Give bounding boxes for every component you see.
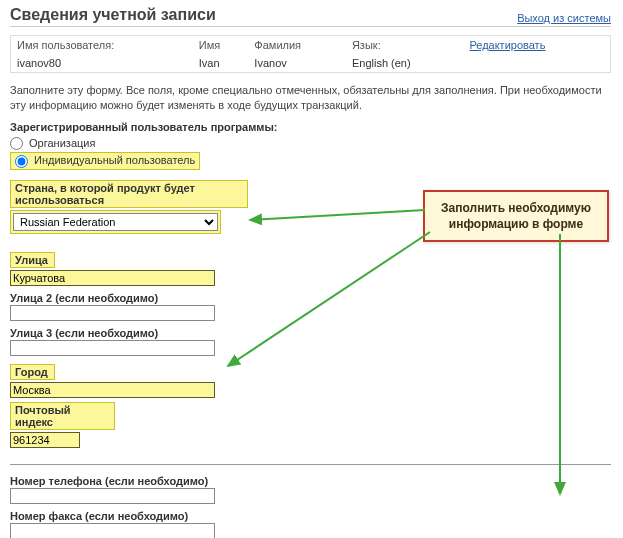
city-input[interactable] [10,382,215,398]
city-label-hl: Город [10,364,55,380]
callout-line2: информацию в форме [431,216,601,232]
country-label: Страна, в которой продукт будет использо… [15,182,195,206]
callout-line1: Заполнить необходимую [431,200,601,216]
fax-label: Номер факса (если необходимо) [10,510,611,522]
divider [10,464,611,465]
street-label-hl: Улица [10,252,55,268]
val-lang: English (en) [346,54,463,73]
radio-org[interactable] [10,137,23,150]
street2-label: Улица 2 (если необходимо) [10,292,611,304]
logout-link[interactable]: Выход из системы [517,12,611,24]
annotation-callout: Заполнить необходимую информацию в форме [423,190,609,242]
city-label: Город [15,366,48,378]
phone-label: Номер телефона (если необходимо) [10,475,611,487]
zip-label: Почтовый индекс [15,404,71,428]
val-first: Ivan [193,54,249,73]
street3-label: Улица 3 (если необходимо) [10,327,611,339]
zip-label-hl: Почтовый индекс [10,402,115,430]
radio-ind-highlight: Индивидуальный пользователь [10,152,200,170]
col-last: Фамилия [248,36,346,55]
street3-input[interactable] [10,340,215,356]
account-info-table: Имя пользователя: Имя Фамилия Язык: Реда… [10,35,611,73]
radio-org-text: Организация [29,137,95,149]
country-label-hl: Страна, в которой продукт будет использо… [10,180,248,208]
user-type-legend: Зарегистрированный пользователь программ… [10,121,611,133]
col-username: Имя пользователя: [11,36,193,55]
radio-ind-text: Индивидуальный пользователь [34,154,195,166]
fax-input[interactable] [10,523,215,538]
edit-link[interactable]: Редактировать [469,39,545,51]
street2-input[interactable] [10,305,215,321]
street-label: Улица [15,254,48,266]
val-username: ivanov80 [11,54,193,73]
radio-ind-label[interactable]: Индивидуальный пользователь [15,154,195,166]
col-lang: Язык: [346,36,463,55]
radio-org-label[interactable]: Организация [10,137,95,149]
page-title: Сведения учетной записи [10,6,216,24]
col-first: Имя [193,36,249,55]
intro-text: Заполните эту форму. Все поля, кроме спе… [10,83,611,113]
phone-input[interactable] [10,488,215,504]
val-last: Ivanov [248,54,346,73]
zip-input[interactable] [10,432,80,448]
radio-ind[interactable] [15,155,28,168]
country-select[interactable]: Russian Federation [13,213,218,231]
street-input[interactable] [10,270,215,286]
